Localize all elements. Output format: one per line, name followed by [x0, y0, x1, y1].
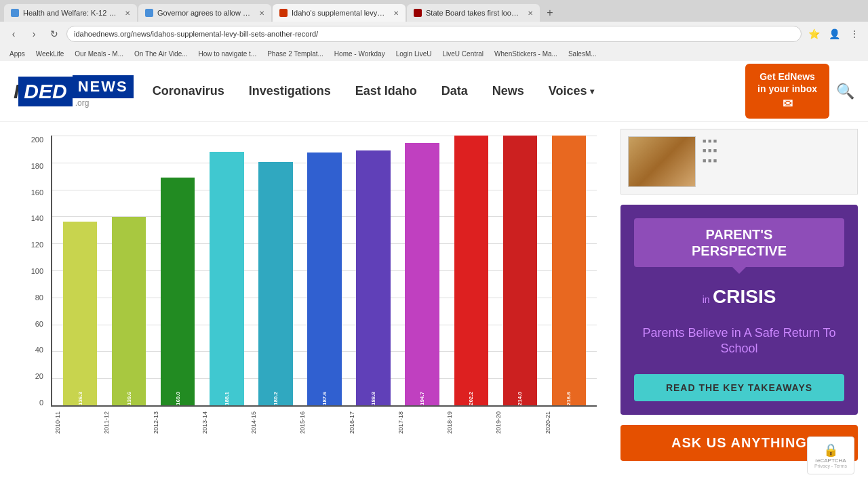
tab-3[interactable]: Idaho's supplemental levy bi... ✕: [273, 4, 406, 22]
bar-value-2016-17: 188.8: [370, 389, 376, 405]
bar-value-2018-19: 202.2: [468, 389, 474, 405]
y-label-180: 180: [31, 162, 43, 170]
chevron-down-icon: ▾: [590, 87, 594, 96]
tab-favicon-1: [11, 9, 19, 17]
nav-voices[interactable]: Voices ▾: [536, 84, 606, 98]
ad-speech-bubble: PARENT'S PERSPECTIVE: [634, 218, 844, 267]
nav-investigations[interactable]: Investigations: [237, 84, 343, 98]
back-button[interactable]: ‹: [5, 26, 22, 42]
bar-value-2012-13: 169.0: [175, 389, 181, 405]
bar-2018-19: 202.2: [454, 136, 488, 405]
bar-2020-21: 216.6: [552, 136, 586, 405]
y-label-100: 100: [31, 267, 43, 275]
ad-card[interactable]: PARENT'S PERSPECTIVE in CRISIS Parents B…: [620, 205, 858, 415]
x-axis-labels: 2010-11 2011-12 2012-13 2013-14 2014-15 …: [51, 407, 597, 441]
tab-label-1: Health and Welfare: K-12 ath...: [23, 9, 118, 17]
bar-value-2013-14: 188.1: [224, 389, 230, 405]
nav-east-idaho[interactable]: East Idaho: [343, 84, 429, 98]
forward-button[interactable]: ›: [26, 26, 42, 42]
site-logo[interactable]: I DED NEWS .org: [14, 75, 134, 108]
bookmark-whenstickers[interactable]: WhenStickers - Ma...: [490, 49, 561, 58]
bar-2015-16: 187.6: [307, 152, 341, 405]
site-content: 200 180 160 140 120 100 80 60 40 20 0: [0, 122, 868, 488]
bookmark-navigate[interactable]: How to navigate t...: [195, 49, 261, 58]
bookmark-apps[interactable]: Apps: [5, 49, 29, 58]
bar-value-2014-15: 180.2: [273, 389, 279, 405]
profile-button[interactable]: 👤: [826, 26, 842, 42]
chart-plot-area: 136.3 139.6: [51, 136, 597, 407]
chart-container: 200 180 160 140 120 100 80 60 40 20 0: [14, 122, 597, 447]
bar-value-2020-21: 216.6: [566, 389, 572, 405]
recaptcha-icon: 🔒: [813, 443, 848, 458]
bookmark-meals[interactable]: Our Meals - M...: [71, 49, 127, 58]
bookmark-liveu[interactable]: LiveU Central: [439, 49, 488, 58]
tab-close-2[interactable]: ✕: [259, 9, 264, 17]
bar-2011-12: 139.6: [112, 217, 146, 405]
bookmark-phase2[interactable]: Phase 2 Templat...: [263, 49, 328, 58]
bar-value-2019-20: 214.0: [517, 389, 523, 405]
x-label-2016-17: 2016-17: [349, 407, 397, 441]
tab-1[interactable]: Health and Welfare: K-12 ath... ✕: [4, 4, 137, 22]
tab-close-4[interactable]: ✕: [528, 9, 533, 17]
bar-2014-15: 180.2: [258, 162, 292, 405]
y-label-120: 120: [31, 241, 43, 249]
nav-data[interactable]: Data: [429, 84, 480, 98]
address-bar-row: ‹ › ↻ ⭐ 👤 ⋮: [0, 22, 868, 46]
logo-org: .org: [73, 98, 90, 108]
x-label-2020-21: 2020-21: [545, 407, 593, 441]
logo-id: I: [14, 80, 18, 103]
bar-2010-11: 136.3: [63, 222, 97, 405]
bookmark-salesm[interactable]: SalesM...: [564, 49, 601, 58]
recaptcha-links: Privacy - Terms: [813, 464, 848, 468]
y-label-140: 140: [31, 214, 43, 222]
site-wrapper: I DED NEWS .org Coronavirus Investigatio…: [0, 61, 868, 488]
y-label-20: 20: [35, 372, 43, 380]
bookmark-login[interactable]: Login LiveU: [392, 49, 436, 58]
x-label-2019-20: 2019-20: [495, 407, 544, 441]
y-label-60: 60: [35, 320, 43, 328]
x-label-2011-12: 2011-12: [103, 407, 152, 441]
nav-coronavirus[interactable]: Coronavirus: [140, 84, 237, 98]
recaptcha-label: reCAPTCHA: [813, 458, 848, 464]
x-label-2012-13: 2012-13: [153, 407, 201, 441]
new-tab-button[interactable]: +: [541, 4, 559, 22]
site-header: I DED NEWS .org Coronavirus Investigatio…: [0, 61, 868, 122]
x-label-2010-11: 2010-11: [54, 407, 103, 441]
search-button[interactable]: 🔍: [836, 83, 854, 100]
ad-bubble-line2: PERSPECTIVE: [692, 243, 787, 258]
tab-bar: Health and Welfare: K-12 ath... ✕ Govern…: [0, 0, 868, 22]
main-nav: Coronavirus Investigations East Idaho Da…: [140, 84, 738, 98]
ad-cta-button[interactable]: READ THE KEY TAKEAWAYS: [634, 374, 844, 401]
logo-ded-box: DED: [18, 77, 72, 106]
tab-close-3[interactable]: ✕: [393, 9, 399, 17]
bookmark-air[interactable]: On The Air Vide...: [130, 49, 192, 58]
tab-4[interactable]: State Board takes first look a... ✕: [407, 4, 540, 22]
extensions-button[interactable]: ⭐: [806, 26, 822, 42]
sidebar: ■ ■ ■ ■ ■ ■ ■ ■ ■ PARENT'S PERSPECTIVE i…: [610, 122, 868, 488]
newsletter-cta-button[interactable]: Get EdNews in your inbox ✉: [745, 64, 829, 119]
bar-2013-14: 188.1: [210, 152, 243, 405]
address-input[interactable]: [66, 26, 802, 42]
tab-close-1[interactable]: ✕: [125, 9, 130, 17]
x-label-2014-15: 2014-15: [250, 407, 299, 441]
nav-news[interactable]: News: [480, 84, 536, 98]
bookmark-weeklife[interactable]: WeekLife: [32, 49, 68, 58]
tab-2[interactable]: Governor agrees to allow mo... ✕: [138, 4, 271, 22]
tab-favicon-3: [279, 9, 288, 17]
bar-2017-18: 194.7: [405, 143, 439, 405]
y-label-200: 200: [31, 136, 43, 144]
menu-button[interactable]: ⋮: [846, 26, 863, 42]
bar-value-2011-12: 139.6: [126, 389, 132, 405]
bar-value-2017-18: 194.7: [419, 389, 425, 405]
tab-favicon-2: [145, 9, 153, 17]
map-legend-text: ■ ■ ■ ■ ■ ■ ■ ■ ■: [703, 136, 850, 165]
browser-chrome: Health and Welfare: K-12 ath... ✕ Govern…: [0, 0, 868, 61]
envelope-icon: ✉: [783, 96, 793, 112]
ad-body: Parents Believe in A Safe Return To Scho…: [634, 325, 844, 357]
tab-favicon-4: [414, 9, 422, 17]
bookmark-workday[interactable]: Home - Workday: [330, 49, 389, 58]
ad-in-label: in: [703, 294, 710, 305]
refresh-button[interactable]: ↻: [46, 26, 62, 42]
tab-label-3: Idaho's supplemental levy bi...: [292, 9, 387, 17]
x-label-2013-14: 2013-14: [201, 407, 250, 441]
